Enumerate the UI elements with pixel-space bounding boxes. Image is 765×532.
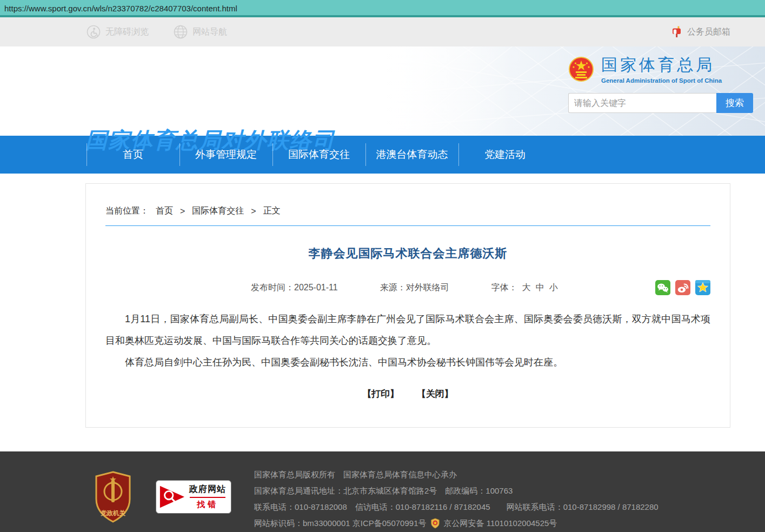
logo-text-group: 国家体育总局 General Administration of Sport o…: [601, 54, 722, 84]
article-meta-left: 发布时间：2025-01-11 来源：对外联络司 字体： 大 中 小: [105, 282, 558, 294]
breadcrumb-prefix: 当前位置：: [105, 205, 149, 217]
font-size-medium-button[interactable]: 中: [536, 282, 544, 294]
publish-date: 2025-01-11: [294, 283, 338, 292]
content-box: 当前位置： 首页 > 国际体育交往 > 正文 李静会见国际马术联合会主席德沃斯 …: [85, 183, 730, 428]
main-area: 当前位置： 首页 > 国际体育交往 > 正文 李静会见国际马术联合会主席德沃斯 …: [0, 174, 765, 451]
nav-item-international-sports[interactable]: 国际体育交往: [272, 136, 365, 174]
error-badge-text: 政府网站 找错: [189, 484, 227, 510]
article-body: 1月11日，国家体育总局副局长、中国奥委会副主席李静在广州会见了国际马术联合会主…: [105, 308, 710, 373]
footer-registration: 网站标识码：bm33000001 京ICP备05070991号 京公网安备 11…: [254, 515, 658, 531]
accessibility-link[interactable]: 无障碍浏览: [87, 25, 149, 39]
nav-item-party-building[interactable]: 党建活动: [458, 136, 551, 174]
article-actions: 【打印】 【关闭】: [105, 388, 710, 400]
breadcrumb-home[interactable]: 首页: [156, 205, 173, 217]
publish-time: 发布时间：2025-01-11: [251, 282, 338, 294]
breadcrumb: 当前位置： 首页 > 国际体育交往 > 正文: [105, 199, 710, 226]
search-bar: 搜索: [568, 93, 753, 113]
article-meta-row: 发布时间：2025-01-11 来源：对外联络司 字体： 大 中 小: [105, 280, 710, 295]
footer-address: 国家体育总局通讯地址：北京市东城区体育馆路2号 邮政编码：100763: [254, 483, 658, 499]
nav-item-hk-mo-tw-sports[interactable]: 港澳台体育动态: [365, 136, 458, 174]
font-size-label: 字体：: [491, 282, 517, 294]
page-url[interactable]: https://www.sport.gov.cn/wls/n23370782/c…: [4, 4, 237, 13]
font-size-small-button[interactable]: 小: [549, 282, 558, 294]
weibo-share-icon[interactable]: [675, 280, 690, 295]
share-icons: [655, 280, 710, 295]
mailbox-label: 公务员邮箱: [687, 26, 730, 38]
footer-badges: 党政机关 政府网站 找错: [93, 451, 231, 532]
page: https://www.sport.gov.cn/wls/n23370782/c…: [0, 0, 765, 532]
nav-item-foreign-affairs-rules[interactable]: 外事管理规定: [179, 136, 272, 174]
font-size-control: 字体： 大 中 小: [491, 282, 558, 294]
error-badge-line1: 政府网站: [189, 484, 227, 495]
search-input[interactable]: [568, 93, 716, 113]
article-source: 来源：对外联络司: [380, 282, 449, 294]
error-badge-divider: [190, 497, 225, 498]
nav-item-home[interactable]: 首页: [87, 136, 179, 174]
print-button[interactable]: 【打印】: [362, 389, 399, 399]
site-nav-label: 网站导航: [192, 26, 227, 38]
font-size-large-button[interactable]: 大: [522, 282, 531, 294]
browser-url-bar[interactable]: https://www.sport.gov.cn/wls/n23370782/c…: [0, 0, 765, 17]
globe-icon: [174, 25, 188, 39]
utility-bar: 无障碍浏览 网站导航 公务员邮箱: [0, 17, 765, 46]
footer-copyright: 国家体育总局版权所有 国家体育总局体育信息中心承办: [254, 467, 658, 483]
police-badge-icon: [430, 518, 440, 529]
breadcrumb-international-sports[interactable]: 国际体育交往: [192, 205, 244, 217]
error-badge-line2: 找错: [189, 500, 227, 510]
footer-text-block: 国家体育总局版权所有 国家体育总局体育信息中心承办 国家体育总局通讯地址：北京市…: [254, 467, 658, 531]
party-government-badge[interactable]: 党政机关: [93, 471, 133, 523]
wechat-share-icon[interactable]: [655, 280, 670, 295]
mailbox-icon: [671, 26, 682, 38]
site-nav-link[interactable]: 网站导航: [174, 25, 227, 39]
error-report-flag-icon: [158, 484, 185, 509]
logo-title: 国家体育总局: [601, 54, 722, 76]
qzone-share-icon[interactable]: [695, 280, 710, 295]
accessibility-label: 无障碍浏览: [105, 26, 149, 38]
header-right-group: 国家体育总局 General Administration of Sport o…: [568, 54, 753, 113]
site-logo[interactable]: 国家体育总局 General Administration of Sport o…: [568, 54, 753, 84]
breadcrumb-separator: >: [180, 207, 185, 216]
utility-left-group: 无障碍浏览 网站导航: [87, 25, 227, 39]
mailbox-link[interactable]: 公务员邮箱: [671, 26, 730, 38]
site-footer: 党政机关 政府网站 找错 国家体育总局版权所有 国家体育总局体育信息中心承办 国…: [0, 451, 765, 532]
search-button[interactable]: 搜索: [716, 93, 753, 113]
breadcrumb-current: 正文: [263, 205, 281, 217]
footer-site-id: 网站标识码：bm33000001 京ICP备05070991号: [254, 515, 427, 531]
national-emblem-icon: [568, 56, 594, 82]
main-nav: 首页 外事管理规定 国际体育交往 港澳台体育动态 党建活动: [0, 136, 765, 174]
logo-subtitle: General Administration of Sport of China: [601, 77, 722, 84]
breadcrumb-separator: >: [251, 207, 256, 216]
accessibility-icon: [87, 25, 101, 39]
party-badge-label: 党政机关: [100, 510, 126, 516]
close-button[interactable]: 【关闭】: [417, 389, 454, 399]
site-header: 国家体育总局对外联络司 国家体育总局 General Administratio…: [0, 46, 765, 136]
article-title: 李静会见国际马术联合会主席德沃斯: [105, 245, 710, 262]
footer-police-record-link[interactable]: 京公网安备 11010102004525号: [444, 515, 557, 531]
article-paragraph: 体育总局自剑中心主任孙为民、中国奥委会副秘书长沈洁、中国马术协会秘书长钟国伟等会…: [105, 351, 710, 373]
article-paragraph: 1月11日，国家体育总局副局长、中国奥委会副主席李静在广州会见了国际马术联合会主…: [105, 308, 710, 351]
footer-phones: 联系电话：010-87182008 信访电话：010-87182116 / 87…: [254, 499, 658, 515]
source-value: 对外联络司: [406, 283, 449, 292]
gov-site-error-report-badge[interactable]: 政府网站 找错: [156, 480, 231, 514]
